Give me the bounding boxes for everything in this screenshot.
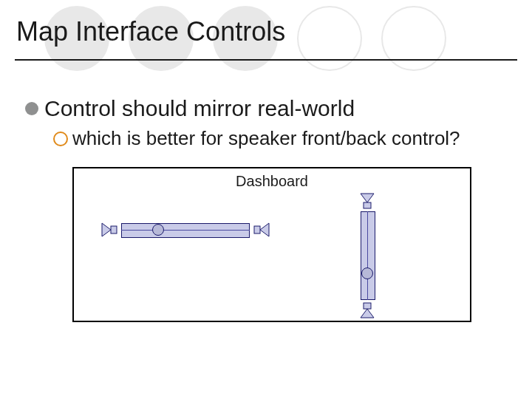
svg-rect-1 xyxy=(111,226,117,233)
horizontal-slider[interactable] xyxy=(100,217,270,242)
bullet-1-text: Control should mirror real-world xyxy=(44,96,355,121)
panel-label: Dashboard xyxy=(74,173,470,190)
bg-circle xyxy=(381,6,446,71)
svg-marker-0 xyxy=(102,223,111,236)
svg-marker-4 xyxy=(361,194,374,202)
slider-track xyxy=(361,211,375,300)
svg-rect-6 xyxy=(364,303,371,309)
slider-midline xyxy=(121,230,250,231)
bg-circle xyxy=(297,6,362,71)
bullet-ring-icon xyxy=(53,132,68,146)
bullet-disc-icon xyxy=(25,102,38,115)
vertical-slider[interactable] xyxy=(355,192,380,319)
slider-knob[interactable] xyxy=(361,267,373,279)
bullet-level-1: Control should mirror real-world xyxy=(25,96,355,121)
bullet-level-2: which is better for speaker front/back c… xyxy=(53,127,460,150)
svg-marker-7 xyxy=(361,309,374,318)
dashboard-panel: Dashboard xyxy=(72,167,471,322)
slide-title: Map Interface Controls xyxy=(16,16,285,47)
slider-midline xyxy=(367,211,368,300)
speaker-right-icon xyxy=(251,220,270,239)
speaker-bottom-icon xyxy=(358,300,377,319)
slider-knob[interactable] xyxy=(152,224,164,236)
slider-track xyxy=(121,223,250,238)
speaker-left-icon xyxy=(100,220,120,239)
svg-marker-3 xyxy=(260,223,269,236)
speaker-top-icon xyxy=(358,192,377,211)
svg-rect-5 xyxy=(364,202,371,208)
bullet-2-text: which is better for speaker front/back c… xyxy=(72,127,460,150)
svg-rect-2 xyxy=(254,226,260,233)
title-underline xyxy=(15,59,517,61)
